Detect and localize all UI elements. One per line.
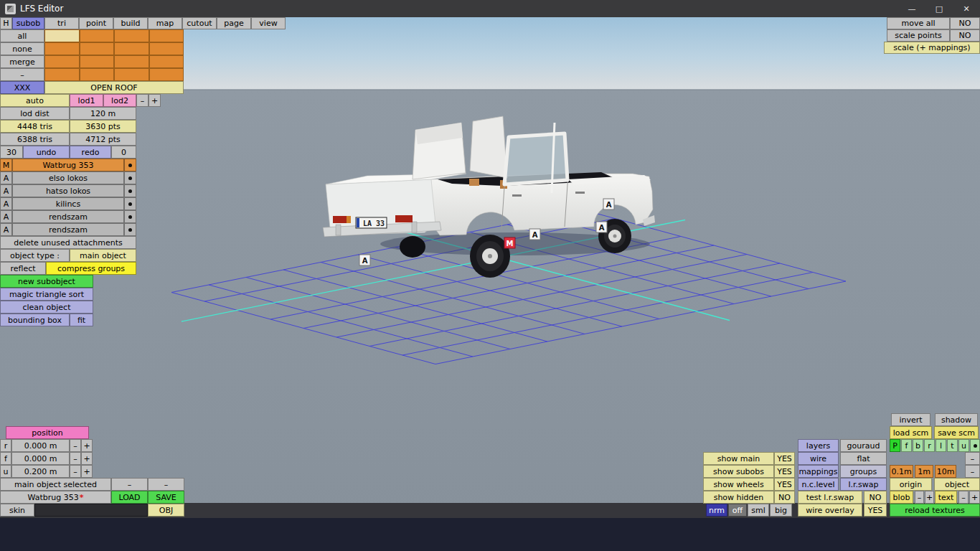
layer-toggle-u[interactable]: u [958, 439, 969, 452]
axis-r-minus-button[interactable]: – [70, 439, 81, 452]
clean-object-button[interactable]: clean object [0, 301, 93, 314]
show-wheels-label[interactable]: show wheels [703, 478, 774, 491]
compress-groups-button[interactable]: compress groups [46, 262, 136, 275]
bounding-box-button[interactable]: bounding box [0, 314, 70, 326]
mapping-cell[interactable] [149, 42, 184, 55]
magic-triangle-sort-button[interactable]: magic triangle sort [0, 288, 93, 301]
wire-overlay-button[interactable]: wire overlay [798, 504, 862, 517]
invert-button[interactable]: invert [891, 413, 930, 426]
axis-f-value[interactable]: 0.000 m [11, 452, 70, 465]
dash-button[interactable]: – [0, 68, 44, 81]
menu-h[interactable]: H [0, 17, 12, 29]
layer-toggle-b[interactable]: b [913, 439, 923, 452]
mapping-cell[interactable] [149, 29, 184, 42]
attachment-type[interactable]: M [0, 159, 12, 171]
mapping-cell[interactable] [80, 29, 115, 42]
axis-r-plus-button[interactable]: + [81, 439, 93, 452]
fit-button[interactable]: fit [70, 314, 93, 326]
layer-toggle-t[interactable]: t [947, 439, 958, 452]
select-none-button[interactable]: none [0, 42, 44, 55]
scale-points-button[interactable]: scale points [887, 29, 950, 42]
lod-dist-value[interactable]: 120 m [70, 107, 136, 120]
nrm-sml-button[interactable]: sml [748, 504, 769, 517]
axis-f-minus-button[interactable]: – [70, 452, 81, 465]
axis-u-plus-button[interactable]: + [81, 465, 93, 478]
mapping-cell[interactable] [44, 29, 80, 42]
save-scm-button[interactable]: save scm [934, 426, 979, 439]
menu-point[interactable]: point [79, 17, 113, 29]
skin-name-field[interactable] [34, 504, 148, 517]
lod-auto-button[interactable]: auto [0, 94, 70, 107]
lod-minus-button[interactable]: – [136, 94, 149, 107]
show-subobs-value[interactable]: YES [774, 465, 795, 478]
show-hidden-value[interactable]: NO [774, 491, 795, 504]
axis-u-value[interactable]: 0.200 m [11, 465, 70, 478]
dash-button[interactable]: – [965, 465, 980, 478]
attachment-dot-icon[interactable] [124, 171, 136, 184]
load-scm-button[interactable]: load scm [890, 426, 932, 439]
grid-10m-button[interactable]: 10m [935, 465, 956, 478]
dash-button[interactable]: – [965, 452, 980, 465]
grid-1m-button[interactable]: 1m [915, 465, 933, 478]
show-main-label[interactable]: show main [703, 452, 774, 465]
dash-button[interactable]: – [111, 478, 148, 491]
object-button[interactable]: object [934, 478, 980, 491]
select-all-button[interactable]: all [0, 29, 44, 42]
lod1-button[interactable]: lod1 [70, 94, 103, 107]
test-lr-swap-value[interactable]: NO [864, 491, 887, 504]
nc-level-button[interactable]: n.c.level [798, 478, 839, 491]
attachment-dot-icon[interactable] [124, 210, 136, 223]
attachment-name[interactable]: elso lokos [12, 171, 124, 184]
mapping-cell[interactable] [114, 29, 149, 42]
attachment-name[interactable]: kilincs [12, 197, 124, 210]
undo-button[interactable]: undo [23, 146, 70, 159]
blob-plus-button[interactable]: + [925, 491, 934, 504]
attachment-dot-icon[interactable] [124, 197, 136, 210]
attachment-dot-icon[interactable] [124, 159, 136, 171]
obj-export-button[interactable]: OBJ [148, 504, 184, 517]
minimize-button[interactable]: — [898, 0, 925, 17]
wire-overlay-value[interactable]: YES [864, 504, 887, 517]
nrm-button[interactable]: nrm [706, 504, 727, 517]
menu-map[interactable]: map [148, 17, 182, 29]
menu-view[interactable]: view [251, 17, 286, 29]
axis-u-minus-button[interactable]: – [70, 465, 81, 478]
attachment-name[interactable]: rendszam [12, 210, 124, 223]
groups-button[interactable]: groups [840, 465, 887, 478]
show-wheels-value[interactable]: YES [774, 478, 795, 491]
layer-toggle-p[interactable]: P [890, 439, 900, 452]
save-button[interactable]: SAVE [148, 491, 184, 504]
mapping-cell[interactable] [114, 68, 149, 81]
wire-button[interactable]: wire [798, 452, 839, 465]
attachment-marker-a[interactable]: A [529, 229, 540, 240]
text-minus-button[interactable]: – [958, 491, 969, 504]
show-hidden-label[interactable]: show hidden [703, 491, 774, 504]
show-main-value[interactable]: YES [774, 452, 795, 465]
test-lr-swap-button[interactable]: test l.r.swap [798, 491, 862, 504]
mapping-cell[interactable] [44, 55, 80, 68]
move-all-button[interactable]: move all [887, 17, 950, 29]
move-all-value[interactable]: NO [950, 17, 980, 29]
menu-build[interactable]: build [113, 17, 148, 29]
text-plus-button[interactable]: + [969, 491, 980, 504]
flat-button[interactable]: flat [840, 452, 887, 465]
mapping-cell[interactable] [80, 68, 115, 81]
axis-r-value[interactable]: 0.000 m [11, 439, 70, 452]
layer-dot-icon[interactable] [970, 439, 980, 452]
lr-swap-button[interactable]: l.r.swap [840, 478, 887, 491]
scale-points-value[interactable]: NO [950, 29, 980, 42]
skin-button[interactable]: skin [0, 504, 34, 517]
mapping-cell[interactable] [149, 55, 184, 68]
attachment-name[interactable]: rendszam [12, 223, 124, 236]
merge-button[interactable]: merge [0, 55, 44, 68]
gouraud-button[interactable]: gouraud [840, 439, 887, 452]
attachment-marker-m[interactable]: M [504, 237, 515, 248]
blob-button[interactable]: blob [890, 491, 913, 504]
mapping-cell[interactable] [80, 55, 115, 68]
origin-button[interactable]: origin [890, 478, 932, 491]
mappings-button[interactable]: mappings [798, 465, 839, 478]
attachment-type[interactable]: A [0, 223, 12, 236]
nrm-big-button[interactable]: big [770, 504, 792, 517]
mapping-cell[interactable] [80, 42, 115, 55]
shadow-button[interactable]: shadow [935, 413, 978, 426]
